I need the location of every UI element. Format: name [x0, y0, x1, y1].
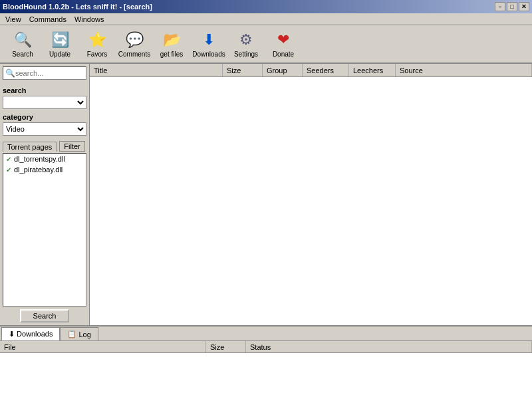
results-header: Title Size Group Seeders Leechers Source — [90, 64, 532, 77]
menu-commands[interactable]: Commands — [25, 14, 70, 25]
search-btn-wrap: Search — [3, 309, 86, 323]
search-input[interactable] — [15, 69, 84, 77]
col-header-leechers[interactable]: Leechers — [349, 64, 396, 76]
col-header-title[interactable]: Title — [90, 64, 223, 76]
maximize-button[interactable]: □ — [507, 2, 517, 11]
search-combo-wrap — [3, 96, 86, 109]
col-header-group[interactable]: Group — [263, 64, 303, 76]
toolbar-update-button[interactable]: 🔄 Update — [43, 27, 77, 61]
dl-col-file[interactable]: File — [0, 341, 206, 352]
toolbar-downloads-label: Downloads — [192, 51, 225, 58]
settings-icon: ⚙ — [237, 31, 255, 49]
torrent-pages-header: Torrent pages Filter — [3, 141, 86, 152]
torrent-item-1: dl_piratebay.dll — [14, 166, 63, 174]
toolbar-settings-label: Settings — [234, 51, 258, 58]
log-tab-icon: 📋 — [67, 330, 76, 338]
torrent-item-0: dl_torrentspy.dll — [14, 155, 65, 163]
left-panel: 🔍 search category Video Audio Apps Games… — [0, 64, 90, 325]
main-area: 🔍 search category Video Audio Apps Games… — [0, 64, 532, 327]
close-button[interactable]: ✕ — [519, 2, 529, 11]
minimize-button[interactable]: – — [495, 2, 505, 11]
toolbar-getfiles-label: get files — [160, 51, 183, 58]
dll-icon-1: ✔ — [6, 166, 11, 174]
title-bar-buttons: – □ ✕ — [495, 2, 529, 11]
list-item[interactable]: ✔ dl_torrentspy.dll — [3, 154, 86, 164]
menu-bar: View Commands Windows — [0, 13, 532, 25]
toolbar-comments-button[interactable]: 💬 Comments — [117, 27, 152, 61]
toolbar-favorites-button[interactable]: ⭐ Favors — [80, 27, 114, 61]
window-title: BloodHound 1.0.2b - Lets sniff it! - [se… — [3, 3, 152, 11]
toolbar-settings-button[interactable]: ⚙ Settings — [229, 27, 263, 61]
tab-log[interactable]: 📋 Log — [60, 327, 98, 340]
downloads-tab-label: Downloads — [17, 330, 53, 338]
col-header-source[interactable]: Source — [396, 64, 532, 76]
tab-downloads[interactable]: ⬇ Downloads — [1, 327, 60, 340]
donate-icon: ❤ — [274, 31, 293, 49]
dl-col-status[interactable]: Status — [246, 341, 532, 352]
search-dropdown[interactable] — [3, 96, 86, 109]
favorites-icon: ⭐ — [88, 31, 106, 49]
toolbar-donate-button[interactable]: ❤ Donate — [266, 27, 301, 61]
filter-button[interactable]: Filter — [59, 141, 84, 152]
results-area: Title Size Group Seeders Leechers Source — [90, 64, 532, 325]
results-body — [90, 77, 532, 325]
getfiles-icon: 📂 — [162, 31, 181, 49]
search-button[interactable]: Search — [20, 309, 70, 323]
bottom-area: ⬇ Downloads 📋 Log File Size Status — [0, 327, 532, 399]
bottom-tabs: ⬇ Downloads 📋 Log — [0, 327, 532, 341]
category-label: category — [3, 113, 86, 121]
downloads-header: File Size Status — [0, 341, 532, 353]
dll-icon-0: ✔ — [6, 156, 11, 163]
downloads-icon: ⬇ — [200, 31, 218, 49]
col-header-size[interactable]: Size — [223, 64, 263, 76]
list-item[interactable]: ✔ dl_piratebay.dll — [3, 164, 86, 175]
log-tab-label: Log — [78, 331, 90, 338]
toolbar-getfiles-button[interactable]: 📂 get files — [154, 27, 189, 61]
downloads-tab-icon: ⬇ — [9, 330, 15, 338]
col-header-seeders[interactable]: Seeders — [303, 64, 349, 76]
menu-view[interactable]: View — [1, 14, 25, 25]
comments-icon: 💬 — [125, 31, 144, 49]
search-label: search — [3, 86, 86, 94]
category-combo-wrap: Video Audio Apps Games Other — [3, 122, 86, 136]
update-icon: 🔄 — [51, 31, 69, 49]
category-dropdown[interactable]: Video Audio Apps Games Other — [3, 122, 86, 136]
search-input-wrap: 🔍 — [3, 66, 86, 80]
toolbar: 🔍 Search 🔄 Update ⭐ Favors 💬 Comments 📂 … — [0, 25, 532, 64]
title-bar: BloodHound 1.0.2b - Lets sniff it! - [se… — [0, 0, 532, 13]
toolbar-comments-label: Comments — [118, 51, 150, 58]
torrent-list: ✔ dl_torrentspy.dll ✔ dl_piratebay.dll — [3, 153, 86, 307]
toolbar-donate-label: Donate — [273, 51, 294, 58]
toolbar-update-label: Update — [49, 51, 70, 58]
toolbar-search-button[interactable]: 🔍 Search — [5, 27, 40, 61]
torrent-pages-tab[interactable]: Torrent pages — [3, 142, 57, 152]
downloads-area: File Size Status — [0, 341, 532, 399]
toolbar-downloads-button[interactable]: ⬇ Downloads — [192, 27, 226, 61]
dl-col-size[interactable]: Size — [206, 341, 246, 352]
search-small-icon: 🔍 — [5, 68, 15, 78]
downloads-body — [0, 353, 532, 399]
search-icon: 🔍 — [13, 31, 32, 49]
toolbar-search-label: Search — [12, 51, 33, 58]
menu-windows[interactable]: Windows — [70, 14, 108, 25]
toolbar-favorites-label: Favors — [87, 51, 108, 58]
